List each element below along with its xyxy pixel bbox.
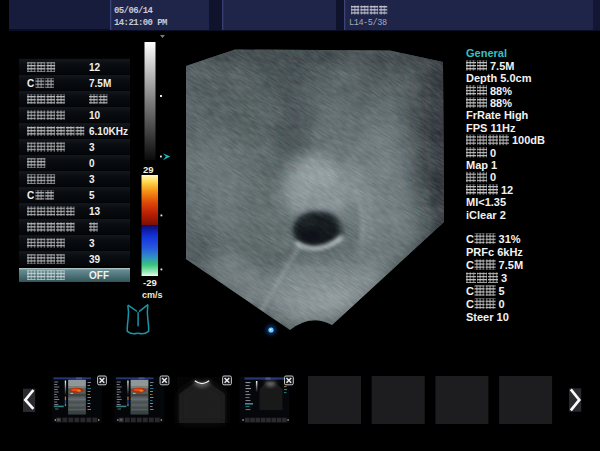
svg-text:3: 3 xyxy=(89,238,95,249)
svg-text:Depth 5.0cm: Depth 5.0cm xyxy=(466,72,532,84)
svg-text:C: C xyxy=(27,78,34,89)
svg-text:3: 3 xyxy=(89,142,95,153)
svg-text:C: C xyxy=(27,190,34,201)
svg-text:14:21:00 PM: 14:21:00 PM xyxy=(114,18,167,28)
svg-text:OFF: OFF xyxy=(89,270,109,281)
svg-text:7.5M: 7.5M xyxy=(89,78,111,89)
svg-text:13: 13 xyxy=(89,206,101,217)
svg-text:0: 0 xyxy=(499,298,505,310)
svg-text:88%: 88% xyxy=(490,85,512,97)
svg-text:General: General xyxy=(466,47,507,59)
svg-text:cm/s: cm/s xyxy=(142,290,163,300)
svg-text:Map 1: Map 1 xyxy=(466,159,497,171)
svg-text:10: 10 xyxy=(89,110,101,121)
svg-text:L14-5/38: L14-5/38 xyxy=(349,18,387,28)
svg-text:C: C xyxy=(466,298,474,310)
svg-text:12: 12 xyxy=(501,184,513,196)
svg-text:88%: 88% xyxy=(490,97,512,109)
svg-text:6.10KHz: 6.10KHz xyxy=(89,126,128,137)
svg-text:3: 3 xyxy=(501,272,507,284)
svg-text:Steer 10: Steer 10 xyxy=(466,311,509,323)
svg-text:05/06/14: 05/06/14 xyxy=(114,6,154,16)
svg-text:5: 5 xyxy=(89,190,95,201)
svg-text:iClear 2: iClear 2 xyxy=(466,209,506,221)
svg-text:MI<1.35: MI<1.35 xyxy=(466,196,506,208)
svg-text:0: 0 xyxy=(89,158,95,169)
svg-text:12: 12 xyxy=(89,62,101,73)
svg-text:C: C xyxy=(466,233,474,245)
svg-text:31%: 31% xyxy=(499,233,521,245)
svg-text:7.5M: 7.5M xyxy=(499,259,523,271)
svg-text:0: 0 xyxy=(490,171,496,183)
svg-text:39: 39 xyxy=(89,254,101,265)
svg-text:0: 0 xyxy=(490,147,496,159)
svg-text:FrRate High: FrRate High xyxy=(466,109,529,121)
svg-text:5: 5 xyxy=(499,285,505,297)
svg-text:100dB: 100dB xyxy=(512,134,545,146)
svg-text:FPS 11Hz: FPS 11Hz xyxy=(466,122,516,134)
svg-text:3: 3 xyxy=(89,174,95,185)
svg-text:PRFc 6kHz: PRFc 6kHz xyxy=(466,246,523,258)
svg-text:-29: -29 xyxy=(143,277,157,288)
svg-text:29: 29 xyxy=(143,164,154,175)
svg-text:C: C xyxy=(466,285,474,297)
svg-text:7.5M: 7.5M xyxy=(490,60,514,72)
svg-text:C: C xyxy=(466,259,474,271)
